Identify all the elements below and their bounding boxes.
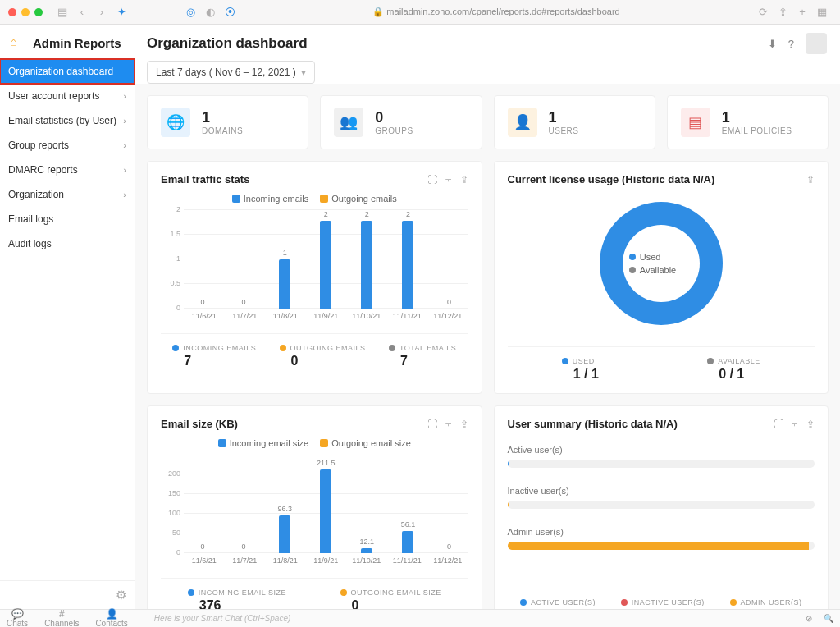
sidebar-settings[interactable]: ⚙ <box>0 580 135 609</box>
group-icon: 👥 <box>334 108 363 137</box>
date-range-picker[interactable]: Last 7 days ( Nov 6 – 12, 2021 ) ▾ <box>147 61 315 84</box>
gear-icon: ⚙ <box>116 588 126 602</box>
chat-icon: 💬 <box>11 609 24 619</box>
topbar: Organization dashboard ⬇ ? <box>135 25 840 61</box>
expand-icon[interactable]: ⛶ <box>427 174 437 185</box>
bar-chart-email-size: 0 50 100 150 200 0 0 96.3 211.5 12.1 <box>161 455 468 553</box>
reader-icon[interactable]: ◐ <box>203 5 217 20</box>
chevron-right-icon: › <box>123 165 126 175</box>
panel-email-size: Email size (KB) ⛶ ⫟ ⇪ Incoming email siz… <box>147 405 482 609</box>
statusbar-chats[interactable]: 💬Chats <box>7 609 28 627</box>
donut-chart-license: Used Available <box>508 194 815 333</box>
sidebar-item-email-logs[interactable]: Email logs <box>0 207 135 231</box>
avatar[interactable] <box>806 33 827 54</box>
sidebar-item-email-statistics[interactable]: Email statistics (by User)› <box>0 108 135 133</box>
maximize-window[interactable] <box>34 8 43 16</box>
minimize-window[interactable] <box>21 8 30 16</box>
forward-icon[interactable]: › <box>94 5 109 20</box>
export-icon[interactable]: ⇪ <box>460 419 468 430</box>
download-icon[interactable]: ⬇ <box>768 38 777 50</box>
settings-badge-icon[interactable]: ⦿ <box>222 5 237 20</box>
window-traffic-lights <box>8 8 43 16</box>
panel-user-summary: User summary (Historic data N/A) ⛶ ⫟ ⇪ A… <box>494 405 829 609</box>
back-icon[interactable]: ‹ <box>75 5 89 20</box>
extension-icon[interactable]: ◎ <box>183 5 198 20</box>
page-title: Organization dashboard <box>147 35 308 52</box>
expand-icon[interactable]: ⛶ <box>427 419 437 430</box>
user-icon: 👤 <box>508 108 537 137</box>
statusbar-notification-icon[interactable]: ⊘ <box>806 614 812 623</box>
chevron-right-icon: › <box>123 91 126 101</box>
sidebar-toggle-icon[interactable]: ▤ <box>55 5 70 20</box>
summary-card-groups[interactable]: 👥 0GROUPS <box>320 95 482 149</box>
summary-card-domains[interactable]: 🌐 1DOMAINS <box>147 95 308 149</box>
globe-icon: 🌐 <box>161 108 190 137</box>
share-icon[interactable]: ⇪ <box>775 5 790 20</box>
app-logo-icon: ⌂ <box>10 34 26 51</box>
summary-row: 🌐 1DOMAINS 👥 0GROUPS 👤 1USERS ▤ 1EMAIL P… <box>147 95 829 149</box>
panel-title: Current license usage (Historic data N/A… <box>508 173 715 185</box>
address-bar[interactable]: 🔒 mailadmin.zoho.com/cpanel/reports.do#r… <box>240 7 753 17</box>
panel-title: Email traffic stats <box>161 173 249 185</box>
chart-type-icon[interactable]: ⫟ <box>444 419 454 430</box>
chart-type-icon[interactable]: ⫟ <box>790 419 800 430</box>
content-area: Organization dashboard ⬇ ? Last 7 days (… <box>135 25 840 609</box>
sidebar-item-organization[interactable]: Organization› <box>0 182 135 207</box>
panel-title: User summary (Historic data N/A) <box>508 418 678 430</box>
reload-icon[interactable]: ⟳ <box>756 5 770 20</box>
summary-card-policies[interactable]: ▤ 1EMAIL POLICIES <box>667 95 829 149</box>
expand-icon[interactable]: ⛶ <box>774 419 783 430</box>
shield-icon[interactable]: ✦ <box>114 5 129 20</box>
export-icon[interactable]: ⇪ <box>806 174 815 185</box>
chart-legend: Incoming emails Outgoing emails <box>161 194 468 204</box>
sidebar-item-audit-logs[interactable]: Audit logs <box>0 231 135 256</box>
chevron-right-icon: › <box>123 140 126 150</box>
summary-card-users[interactable]: 👤 1USERS <box>494 95 655 149</box>
help-icon[interactable]: ? <box>788 38 794 50</box>
export-icon[interactable]: ⇪ <box>460 174 468 185</box>
statusbar-search-icon[interactable]: 🔍 <box>824 614 833 623</box>
sidebar-item-user-account-reports[interactable]: User account reports› <box>0 84 135 108</box>
chart-type-icon[interactable]: ⫟ <box>444 174 454 185</box>
panel-email-traffic: Email traffic stats ⛶ ⫟ ⇪ Incoming email… <box>147 161 482 394</box>
panel-license-usage: Current license usage (Historic data N/A… <box>494 161 829 394</box>
export-icon[interactable]: ⇪ <box>806 419 815 430</box>
sidebar-item-group-reports[interactable]: Group reports› <box>0 133 135 158</box>
channel-icon: # <box>59 609 65 619</box>
chevron-down-icon: ▾ <box>301 66 306 78</box>
sidebar-title: Admin Reports <box>33 36 121 50</box>
statusbar-channels[interactable]: #Channels <box>44 609 79 627</box>
policy-icon: ▤ <box>681 108 710 137</box>
smart-chat-hint[interactable]: Here is your Smart Chat (Ctrl+Space) <box>144 614 789 623</box>
chevron-right-icon: › <box>123 116 126 126</box>
chevron-right-icon: › <box>123 190 126 199</box>
bar-chart-traffic: 0 0.5 1 1.5 2 0 0 1 2 2 2 <box>161 210 468 309</box>
sidebar: ⌂ Admin Reports Organization dashboard U… <box>0 25 135 609</box>
chart-legend: Incoming email size Outgoing email size <box>161 438 468 448</box>
sidebar-item-org-dashboard[interactable]: Organization dashboard <box>0 59 135 84</box>
status-bar: 💬Chats #Channels 👤Contacts Here is your … <box>0 609 840 627</box>
statusbar-contacts[interactable]: 👤Contacts <box>95 609 127 627</box>
contacts-icon: 👤 <box>106 609 118 619</box>
sidebar-header: ⌂ Admin Reports <box>0 25 135 59</box>
new-tab-icon[interactable]: + <box>795 5 810 20</box>
browser-chrome: ▤ ‹ › ✦ ◎ ◐ ⦿ 🔒 mailadmin.zoho.com/cpane… <box>0 0 840 25</box>
user-summary-bars: Active user(s) Inactive user(s) Admin us… <box>508 438 815 574</box>
panel-title: Email size (KB) <box>161 418 238 430</box>
close-window[interactable] <box>8 8 16 16</box>
tabs-overview-icon[interactable]: ▦ <box>815 5 829 20</box>
sidebar-item-dmarc-reports[interactable]: DMARC reports› <box>0 158 135 182</box>
